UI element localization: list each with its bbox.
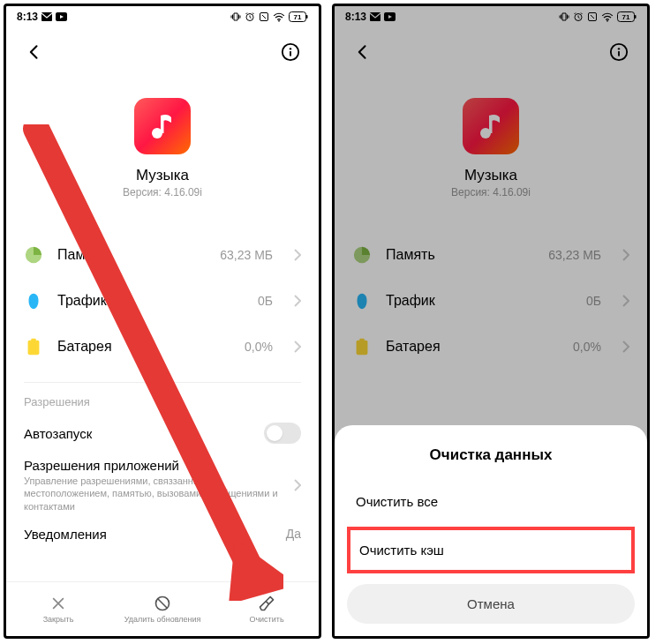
uninstall-updates-label: Удалить обновления [124, 615, 201, 624]
cancel-button[interactable]: Отмена [347, 584, 635, 624]
clear-all-option[interactable]: Очистить все [347, 480, 635, 523]
status-time: 8:13 [17, 11, 38, 23]
battery-icon: 71 [289, 11, 308, 22]
app-version: Версия: 4.16.09i [123, 186, 202, 198]
sheet-title: Очистка данных [347, 438, 635, 480]
status-bar: 8:13 71 [6, 6, 319, 27]
traffic-icon [24, 291, 43, 311]
gmail-icon [41, 12, 52, 21]
app-permissions-subtitle: Управление разрешениями, связзанными с м… [24, 475, 287, 513]
chevron-right-icon [294, 341, 301, 353]
clear-action[interactable]: Очистить [215, 582, 319, 636]
traffic-row[interactable]: Трафик 0Б [24, 278, 301, 324]
alarm-icon [245, 11, 255, 22]
memory-value: 63,23 МБ [220, 248, 273, 262]
battery-usage-icon [24, 337, 43, 356]
vibrate-icon [230, 11, 241, 22]
svg-point-9 [290, 48, 291, 49]
prohibit-icon [154, 595, 171, 612]
autostart-toggle[interactable] [264, 423, 301, 444]
app-icon [134, 98, 191, 154]
eraser-icon [258, 595, 275, 612]
stats-list: Память 63,23 МБ Трафик 0Б Батарея 0,0% [6, 220, 319, 370]
memory-row[interactable]: Память 63,23 МБ [24, 232, 301, 278]
info-button[interactable] [278, 40, 303, 64]
header [6, 27, 319, 77]
svg-point-4 [278, 20, 280, 22]
phone-left-app-details: 8:13 71 Музыка Версия: 4.16.09 [4, 4, 321, 639]
close-icon [49, 595, 67, 612]
app-permissions-title: Разрешения приложений [24, 458, 287, 473]
permissions-section-title: Разрешения [6, 395, 319, 416]
svg-rect-14 [31, 339, 36, 341]
wifi-icon [273, 11, 285, 22]
chevron-right-icon [294, 479, 301, 491]
close-action[interactable]: Закрыть [6, 582, 110, 636]
memory-icon [24, 245, 43, 265]
memory-label: Память [57, 247, 206, 263]
autostart-label: Автозапуск [24, 426, 264, 441]
svg-rect-10 [290, 51, 291, 56]
clear-cache-option[interactable]: Очистить кэш [347, 527, 635, 573]
traffic-value: 0Б [258, 294, 273, 308]
clear-label: Очистить [249, 615, 283, 624]
battery-row[interactable]: Батарея 0,0% [24, 324, 301, 370]
battery-label: Батарея [57, 339, 230, 355]
close-label: Закрыть [43, 615, 74, 624]
divider [24, 382, 301, 383]
svg-rect-6 [306, 15, 308, 19]
youtube-icon [56, 12, 67, 21]
svg-text:71: 71 [294, 13, 302, 21]
clear-data-sheet: Очистка данных Очистить все Очистить кэш… [335, 425, 647, 636]
battery-value: 0,0% [245, 340, 273, 354]
bottom-action-bar: Закрыть Удалить обновления Очистить [6, 581, 319, 636]
app-info-section: Музыка Версия: 4.16.09i [6, 77, 319, 220]
svg-rect-0 [41, 12, 52, 21]
notifications-label: Уведомления [24, 527, 286, 542]
dnd-icon [259, 11, 269, 22]
svg-rect-13 [28, 341, 40, 356]
app-permissions-row[interactable]: Разрешения приложений Управление разреше… [6, 451, 319, 520]
app-name: Музыка [136, 167, 189, 184]
autostart-row[interactable]: Автозапуск [6, 416, 319, 451]
phone-right-clear-data-sheet: 8:13 71 Музыка Версия: 4.16.09 [332, 4, 650, 639]
uninstall-updates-action[interactable]: Удалить обновления [110, 582, 215, 636]
back-button[interactable] [22, 40, 47, 64]
notifications-value: Да [286, 527, 301, 541]
chevron-right-icon [294, 249, 301, 261]
chevron-right-icon [294, 295, 301, 307]
traffic-label: Трафик [57, 293, 244, 309]
notifications-row[interactable]: Уведомления Да [6, 520, 319, 549]
